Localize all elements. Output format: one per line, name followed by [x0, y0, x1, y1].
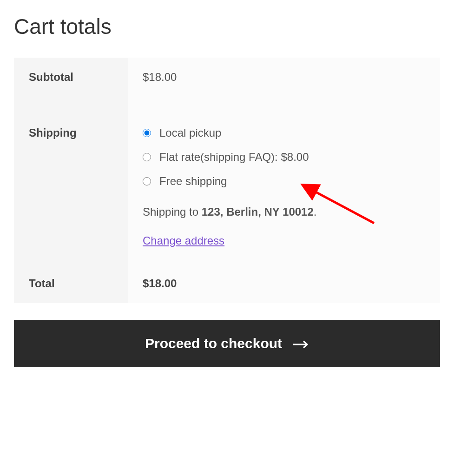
subtotal-label: Subtotal [14, 58, 128, 110]
subtotal-value: $18.00 [128, 58, 440, 110]
total-value: $18.00 [128, 264, 440, 303]
shipping-destination-prefix: Shipping to [143, 205, 202, 218]
shipping-option-label: Free shipping [159, 175, 227, 188]
shipping-radio-flat-rate[interactable] [143, 153, 151, 161]
shipping-option-label: Flat rate(shipping FAQ): $8.00 [159, 151, 309, 164]
shipping-option-label: Local pickup [159, 126, 221, 139]
shipping-option-free-shipping[interactable]: Free shipping [143, 175, 425, 188]
checkout-button-label: Proceed to checkout [145, 336, 282, 351]
shipping-destination-suffix: . [314, 205, 317, 218]
cart-totals-table: Subtotal $18.00 Shipping Local pickup Fl… [14, 58, 440, 303]
change-address-link[interactable]: Change address [143, 234, 224, 247]
shipping-destination-address: 123, Berlin, NY 10012 [202, 205, 314, 218]
subtotal-row: Subtotal $18.00 [14, 58, 440, 110]
shipping-destination: Shipping to 123, Berlin, NY 10012. [143, 205, 425, 218]
shipping-radio-local-pickup[interactable] [143, 129, 151, 137]
shipping-label: Shipping [14, 110, 128, 264]
page-title: Cart totals [14, 14, 440, 39]
shipping-row: Shipping Local pickup Flat rate(shipping… [14, 110, 440, 264]
shipping-option-local-pickup[interactable]: Local pickup [143, 126, 425, 139]
total-label: Total [14, 264, 128, 303]
shipping-radio-free-shipping[interactable] [143, 177, 151, 185]
proceed-to-checkout-button[interactable]: Proceed to checkout [14, 320, 440, 367]
shipping-value: Local pickup Flat rate(shipping FAQ): $8… [128, 110, 440, 264]
total-row: Total $18.00 [14, 264, 440, 303]
shipping-option-flat-rate[interactable]: Flat rate(shipping FAQ): $8.00 [143, 151, 425, 164]
arrow-right-icon [293, 336, 309, 351]
